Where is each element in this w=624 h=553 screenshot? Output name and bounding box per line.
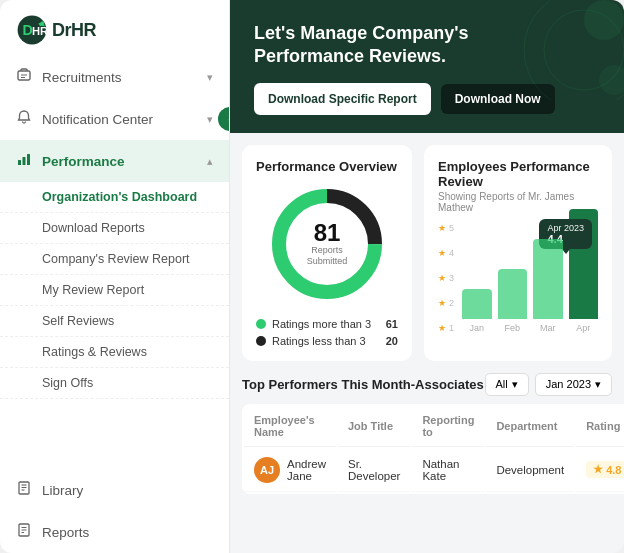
table-thead: Employee's Name Job Title Reporting to D… xyxy=(244,406,624,447)
sidebar: D HR DrHR Recruitments ▾ Notification Ce… xyxy=(0,0,230,553)
legend-label-green: Ratings more than 3 xyxy=(272,318,371,330)
avatar: AJ xyxy=(254,457,280,483)
sidebar-item-performance[interactable]: Performance ▴ xyxy=(0,140,229,182)
library-label: Library xyxy=(42,483,213,498)
cell-employee-name: AJ Andrew Jane xyxy=(244,449,336,492)
submenu-self-reviews[interactable]: Self Reviews xyxy=(0,306,229,337)
y-label-4: ★4 xyxy=(438,248,454,258)
donut-label: ReportsSubmitted xyxy=(307,245,348,267)
library-icon xyxy=(16,480,32,500)
legend-item-green: Ratings more than 3 61 xyxy=(256,318,398,330)
reports-icon xyxy=(16,522,32,542)
bar-mar-rect xyxy=(533,239,563,319)
svg-rect-9 xyxy=(27,154,30,165)
table-row: AJ Andrew Jane Sr. Developer Nathan Kate… xyxy=(244,449,624,492)
y-label-3: ★3 xyxy=(438,273,454,283)
app-title: DrHR xyxy=(52,20,96,41)
submenu-company-review[interactable]: Company's Review Report xyxy=(0,244,229,275)
donut-center: 81 ReportsSubmitted xyxy=(307,221,348,267)
top-performers-section: Top Performers This Month-Associates All… xyxy=(230,373,624,506)
submenu-ratings-reviews[interactable]: Ratings & Reviews xyxy=(0,337,229,368)
donut-chart: 81 ReportsSubmitted xyxy=(267,184,387,304)
bar-feb: Feb xyxy=(498,269,528,333)
performance-overview-card: Performance Overview 81 ReportsSubmitted xyxy=(242,145,412,361)
bar-jan-rect xyxy=(462,289,492,319)
employee-review-title: Employees Performance Review xyxy=(438,159,598,189)
filter-all-label: All xyxy=(496,378,508,390)
submenu-my-review[interactable]: My Review Report xyxy=(0,275,229,306)
bar-feb-label: Feb xyxy=(505,323,521,333)
submenu-download-reports[interactable]: Download Reports xyxy=(0,213,229,244)
y-label-2: ★2 xyxy=(438,298,454,308)
employee-cell: AJ Andrew Jane xyxy=(254,457,326,483)
cell-department: Development xyxy=(486,449,574,492)
performance-submenu: Organization's Dashboard Download Report… xyxy=(0,182,229,399)
table-title: Top Performers This Month-Associates xyxy=(242,377,484,392)
legend-dot-green xyxy=(256,319,266,329)
recruitments-label: Recruitments xyxy=(42,70,207,85)
reports-label: Reports xyxy=(42,525,213,540)
download-specific-report-btn[interactable]: Download Specific Report xyxy=(254,83,431,115)
logo-icon: D HR xyxy=(16,14,48,46)
table-header-row: Top Performers This Month-Associates All… xyxy=(242,373,612,396)
table-header-tr: Employee's Name Job Title Reporting to D… xyxy=(244,406,624,447)
bar-apr-label: Apr xyxy=(576,323,590,333)
bar-mar-label: Mar xyxy=(540,323,556,333)
svg-point-3 xyxy=(41,21,44,24)
cell-job-title: Sr. Developer xyxy=(338,449,410,492)
sidebar-item-library[interactable]: Library xyxy=(0,469,229,511)
cell-reporting-to: Nathan Kate xyxy=(412,449,484,492)
bar-jan-label: Jan xyxy=(470,323,485,333)
bar-mar: Mar xyxy=(533,239,563,333)
performance-chevron: ▴ xyxy=(207,155,213,168)
overview-cards-row: Performance Overview 81 ReportsSubmitted xyxy=(230,133,624,373)
svg-rect-7 xyxy=(18,160,21,165)
sidebar-item-reports[interactable]: Reports xyxy=(0,511,229,553)
filter-date-chevron-icon: ▾ xyxy=(595,378,601,391)
svg-rect-8 xyxy=(23,157,26,165)
legend-label-dark: Ratings less than 3 xyxy=(272,335,366,347)
banner-action-row: Download Specific Report Download Now xyxy=(254,83,600,115)
filter-date-btn[interactable]: Jan 2023 ▾ xyxy=(535,373,612,396)
col-reporting-to: Reporting to xyxy=(412,406,484,447)
employee-review-card: Employees Performance Review Showing Rep… xyxy=(424,145,612,361)
employee-name-text: Andrew Jane xyxy=(287,458,326,482)
performance-label: Performance xyxy=(42,154,207,169)
banner-title: Let's Manage Company's Performance Revie… xyxy=(254,22,494,69)
performers-table: Employee's Name Job Title Reporting to D… xyxy=(242,404,624,494)
submenu-sign-offs[interactable]: Sign Offs xyxy=(0,368,229,399)
performance-overview-title: Performance Overview xyxy=(256,159,398,174)
recruitments-chevron: ▾ xyxy=(207,71,213,84)
performance-icon xyxy=(16,151,32,171)
col-rating: Rating xyxy=(576,406,624,447)
filter-all-btn[interactable]: All ▾ xyxy=(485,373,529,396)
bar-jan: Jan xyxy=(462,289,492,333)
svg-point-19 xyxy=(544,10,624,90)
download-now-btn[interactable]: Download Now xyxy=(441,84,555,114)
y-axis: ★5 ★4 ★3 ★2 ★1 xyxy=(438,223,454,333)
legend-item-dark: Ratings less than 3 20 xyxy=(256,335,398,347)
sidebar-item-notification-center[interactable]: Notification Center ▾ ‹ xyxy=(0,98,229,140)
submenu-org-dashboard[interactable]: Organization's Dashboard xyxy=(0,182,229,213)
svg-point-21 xyxy=(599,65,624,95)
donut-legend: Ratings more than 3 61 Ratings less than… xyxy=(256,318,398,347)
cell-rating: ★ 4.8 xyxy=(576,449,624,492)
sidebar-item-recruitments[interactable]: Recruitments ▾ xyxy=(0,56,229,98)
rating-value: 4.8 xyxy=(606,464,621,476)
col-job-title: Job Title xyxy=(338,406,410,447)
notification-icon xyxy=(16,109,32,129)
y-label-1: ★1 xyxy=(438,323,454,333)
legend-count-dark: 20 xyxy=(386,335,398,347)
star-icon: ★ xyxy=(593,463,603,476)
col-employee-name: Employee's Name xyxy=(244,406,336,447)
notification-label: Notification Center xyxy=(42,112,207,127)
bar-feb-rect xyxy=(498,269,528,319)
tooltip-date: Apr 2023 xyxy=(547,223,584,233)
sidebar-bottom-nav: Library Reports xyxy=(0,469,229,553)
legend-dot-dark xyxy=(256,336,266,346)
bar-chart-container: ★5 ★4 ★3 ★2 ★1 Apr 2023 4.4 Jan xyxy=(438,223,598,333)
logo-area: D HR DrHR xyxy=(0,0,229,56)
bar-chart-area: Apr 2023 4.4 Jan Feb Mar xyxy=(462,223,598,333)
sidebar-collapse-btn[interactable]: ‹ xyxy=(218,107,230,131)
svg-point-20 xyxy=(584,0,624,40)
